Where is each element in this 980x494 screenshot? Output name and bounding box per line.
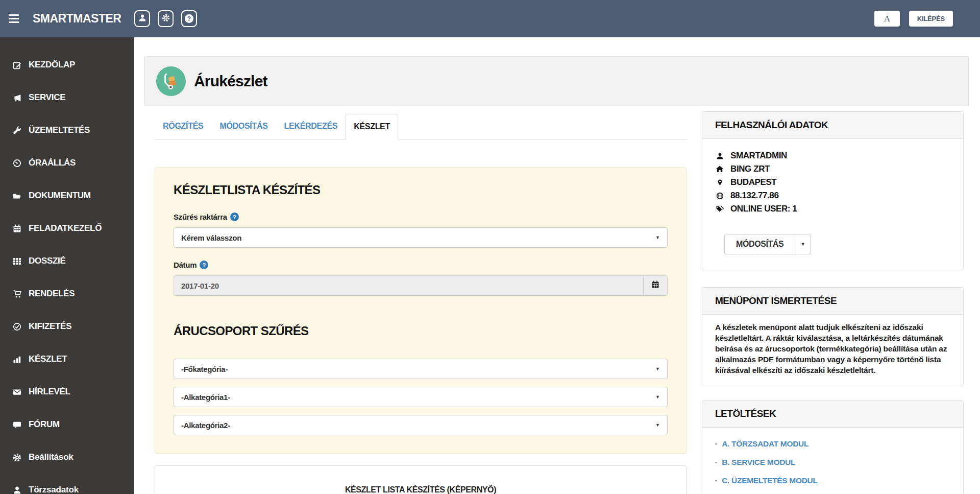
modify-dropdown-toggle[interactable]: ▼ xyxy=(795,234,811,254)
sidebar-item-kifizetes[interactable]: KIFIZETÉS xyxy=(0,310,134,343)
modify-button[interactable]: MÓDOSÍTÁS xyxy=(724,234,795,254)
sidebar-item-torzsadatok[interactable]: Törzsadatok xyxy=(0,474,134,494)
font-size-button[interactable]: A xyxy=(874,11,900,27)
user-row-online: ONLINE USER: 1 xyxy=(715,202,950,216)
gear-icon xyxy=(162,14,170,23)
cart-icon xyxy=(13,290,24,298)
sidebar-item-feladatkezelo[interactable]: FELADATKEZELŐ xyxy=(0,212,134,245)
sidebar-item-rendeles[interactable]: RENDELÉS xyxy=(0,277,134,310)
sidebar-item-oraallas[interactable]: ÓRAÁLLÁS xyxy=(0,147,134,179)
comment-icon xyxy=(13,420,24,429)
user-row-username: SMARTADMIN xyxy=(715,149,950,162)
settings-button[interactable] xyxy=(158,10,174,27)
sidebar-item-beallitasok[interactable]: Beállítások xyxy=(0,441,134,474)
left-column: RÖGZÍTÉS MÓDOSÍTÁS LEKÉRDEZÉS KÉSZLET KÉ… xyxy=(155,111,687,494)
content-row: RÖGZÍTÉS MÓDOSÍTÁS LEKÉRDEZÉS KÉSZLET KÉ… xyxy=(155,111,964,494)
wrench-icon xyxy=(13,126,24,135)
sub-category2-select[interactable]: -Alkategória2- ▼ xyxy=(174,415,668,435)
chevron-down-icon: ▼ xyxy=(655,422,660,428)
sidebar-item-dosszie[interactable]: DOSSZIÉ xyxy=(0,245,134,277)
chevron-down-icon: ▼ xyxy=(655,235,660,240)
calendar-addon-button[interactable] xyxy=(643,275,668,296)
user-icon xyxy=(13,486,24,494)
user-data-panel-body: SMARTADMIN BING ZRT BUDAPEST 88.132 xyxy=(702,139,963,270)
sidebar-item-keszlet[interactable]: KÉSZLET xyxy=(0,343,134,375)
sidebar-item-service[interactable]: SERVICE xyxy=(0,81,134,114)
gauge-icon xyxy=(13,159,24,168)
user-data-panel: FELHASZNÁLÓI ADATOK SMARTADMIN BING ZRT xyxy=(702,111,964,270)
sidebar-item-dokumentum[interactable]: DOKUMENTUM xyxy=(0,179,134,212)
user-data-panel-header: FELHASZNÁLÓI ADATOK xyxy=(702,112,963,139)
bar-chart-icon xyxy=(13,355,24,364)
question-circle-icon[interactable]: ? xyxy=(200,261,208,269)
bullet-icon: ▪ xyxy=(715,460,717,465)
tab-rogzites[interactable]: RÖGZÍTÉS xyxy=(155,113,211,139)
download-link-torzsadat[interactable]: A. TÖRZSADAT MODUL xyxy=(722,439,808,449)
page-title: Árukészlet xyxy=(194,73,267,90)
chevron-down-icon: ▼ xyxy=(655,394,660,399)
main-category-select[interactable]: -Főkategória- ▼ xyxy=(174,359,668,379)
logout-button[interactable]: KILÉPÉS xyxy=(909,11,953,27)
bullet-icon: ▪ xyxy=(715,441,717,446)
folder-open-icon xyxy=(13,192,24,200)
sidebar-item-uzemeltetes[interactable]: ÜZEMELTETÉS xyxy=(0,114,134,147)
question-circle-icon: ? xyxy=(185,14,193,23)
chevron-down-icon: ▼ xyxy=(655,366,660,371)
user-row-company: BING ZRT xyxy=(715,162,950,176)
handtruck-icon xyxy=(156,66,186,96)
section-title-category-filter: ÁRUCSOPORT SZŰRÉS xyxy=(174,324,668,338)
date-label: Dátum ? xyxy=(174,261,668,269)
modify-split-button: MÓDOSÍTÁS ▼ xyxy=(724,234,811,254)
top-navbar: SMARTMASTER ? A KILÉPÉS xyxy=(0,0,980,37)
downloads-panel: LETÖLTÉSEK ▪ A. TÖRZSADAT MODUL ▪ B. SER… xyxy=(702,400,964,494)
map-marker-icon xyxy=(715,178,724,186)
tab-lekerdezes[interactable]: LEKÉRDEZÉS xyxy=(276,113,346,139)
page-header: Árukészlet xyxy=(144,56,969,106)
section-title-stocklist: KÉSZLETLISTA KÉSZÍTÉS xyxy=(174,183,668,197)
sidebar-item-forum[interactable]: FÓRUM xyxy=(0,408,134,441)
tab-modositas[interactable]: MÓDOSÍTÁS xyxy=(211,113,276,139)
sub-category1-select[interactable]: -Alkategória1- ▼ xyxy=(174,387,668,407)
user-icon xyxy=(138,14,146,23)
user-row-ip: 88.132.77.86 xyxy=(715,189,950,202)
sidebar-item-hirlevel[interactable]: HÍRLEVÉL xyxy=(0,375,134,408)
calendar-icon xyxy=(13,224,24,233)
bullhorn-icon xyxy=(13,93,24,102)
date-input[interactable]: 2017-01-20 xyxy=(174,275,643,296)
app: SMARTMASTER ? A KILÉPÉS KEZDŐL xyxy=(0,0,980,494)
profile-button[interactable] xyxy=(134,10,150,27)
menu-info-panel-header: MENÜPONT ISMERTETÉSE xyxy=(702,288,963,315)
warehouse-select[interactable]: Kérem válasszon ▼ xyxy=(174,227,668,248)
tags-icon xyxy=(715,205,724,213)
menu-icon[interactable] xyxy=(4,8,27,30)
grid-icon xyxy=(13,257,24,266)
sidebar: KEZDŐLAP SERVICE ÜZEMELTETÉS ÓRAÁLLÁS DO… xyxy=(0,37,134,494)
download-item-service: ▪ B. SERVICE MODUL xyxy=(715,453,950,472)
calendar-icon xyxy=(651,280,659,291)
globe-icon xyxy=(715,192,724,200)
download-link-service[interactable]: B. SERVICE MODUL xyxy=(722,458,795,467)
envelope-icon xyxy=(13,388,24,396)
download-link-uzemeltetes[interactable]: C. ÜZEMELTETÉS MODUL xyxy=(722,476,817,485)
user-icon xyxy=(715,152,724,160)
bullet-icon: ▪ xyxy=(715,478,717,483)
download-item-uzemeltetes: ▪ C. ÜZEMELTETÉS MODUL xyxy=(715,472,950,490)
date-field-group: 2017-01-20 xyxy=(174,275,668,296)
main-content: Árukészlet RÖGZÍTÉS MÓDOSÍTÁS LEKÉRDEZÉS… xyxy=(134,37,980,494)
chevron-down-icon: ▼ xyxy=(801,242,805,247)
create-stocklist-screen-button[interactable]: KÉSZLET LISTA KÉSZÍTÉS (KÉPERNYŐ) xyxy=(155,465,687,494)
tab-bar: RÖGZÍTÉS MÓDOSÍTÁS LEKÉRDEZÉS KÉSZLET xyxy=(155,111,687,139)
tab-keszlet[interactable]: KÉSZLET xyxy=(346,114,398,139)
navbar-icon-buttons: ? xyxy=(134,0,197,37)
brand-title: SMARTMASTER xyxy=(33,12,121,26)
download-item-torzsadat: ▪ A. TÖRZSADAT MODUL xyxy=(715,435,950,453)
menu-info-panel: MENÜPONT ISMERTETÉSE A készletek menüpon… xyxy=(702,287,964,386)
help-button[interactable]: ? xyxy=(181,10,197,27)
home-icon xyxy=(715,165,724,173)
downloads-panel-body: ▪ A. TÖRZSADAT MODUL ▪ B. SERVICE MODUL … xyxy=(702,428,963,494)
navbar-right: A KILÉPÉS xyxy=(874,0,953,37)
sidebar-item-kezdolap[interactable]: KEZDŐLAP xyxy=(0,49,134,81)
gear-icon xyxy=(13,453,24,462)
user-row-city: BUDAPEST xyxy=(715,176,950,189)
question-circle-icon[interactable]: ? xyxy=(230,213,239,221)
